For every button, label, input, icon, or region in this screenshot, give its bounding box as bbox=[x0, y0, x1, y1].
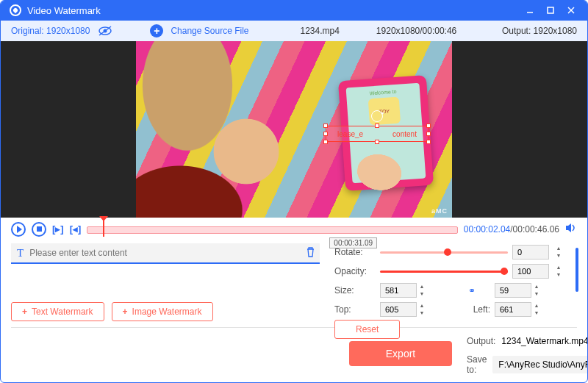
close-button[interactable] bbox=[562, 3, 580, 18]
text-icon: T bbox=[15, 247, 25, 259]
left-label: Left: bbox=[453, 304, 490, 315]
resize-handle[interactable] bbox=[323, 132, 328, 136]
opacity-stepper[interactable]: ▲▼ bbox=[553, 264, 564, 279]
resize-handle[interactable] bbox=[426, 132, 431, 136]
watermark-list-panel: T +Text Watermark +Image Watermark bbox=[11, 243, 320, 326]
reset-button[interactable]: Reset bbox=[334, 320, 400, 339]
left-stepper[interactable]: ▲▼ bbox=[531, 302, 542, 317]
resize-handle[interactable] bbox=[426, 124, 431, 128]
opacity-value[interactable]: 100 bbox=[512, 264, 549, 279]
playhead[interactable] bbox=[103, 221, 104, 237]
bottom-bar: Output: 1234_Watermark.mp4 Output: Auto;… bbox=[1, 328, 587, 382]
info-bar: Original: 1920x1080 + Change Source File… bbox=[1, 21, 587, 42]
play-button[interactable] bbox=[11, 222, 26, 237]
resize-handle[interactable] bbox=[323, 140, 328, 144]
rotate-slider[interactable] bbox=[380, 247, 508, 257]
preview-tablet-text: Welcome to bbox=[370, 89, 397, 96]
size-height-stepper[interactable]: ▲▼ bbox=[531, 283, 542, 298]
saveto-label: Save to: bbox=[467, 354, 487, 375]
size-label: Size: bbox=[334, 285, 376, 296]
playback-controls: [▸] [◂] 00:00:31.09 00:00:02.04/00:00:46… bbox=[1, 218, 587, 240]
preview-toggle-icon[interactable] bbox=[97, 26, 113, 36]
export-button[interactable]: Export bbox=[349, 341, 452, 366]
settings-panel: T +Text Watermark +Image Watermark Rotat… bbox=[1, 240, 587, 326]
entry-underline bbox=[11, 262, 320, 264]
stop-button[interactable] bbox=[32, 222, 46, 237]
titlebar: Video Watermark bbox=[1, 1, 587, 21]
output-resolution: 1920x1080 bbox=[534, 26, 577, 36]
app-logo-icon bbox=[10, 4, 21, 16]
output-filename: 1234_Watermark.mp4 bbox=[501, 336, 588, 346]
mark-out-button[interactable]: [◂] bbox=[70, 223, 82, 235]
resize-handle[interactable] bbox=[426, 140, 431, 144]
watermark-text-entry: T bbox=[11, 243, 320, 262]
top-value[interactable]: 605 bbox=[380, 302, 417, 317]
opacity-label: Opacity: bbox=[334, 266, 376, 276]
svg-rect-1 bbox=[548, 7, 553, 13]
add-source-button[interactable]: + bbox=[150, 24, 163, 37]
size-width-value[interactable]: 581 bbox=[380, 283, 417, 298]
top-stepper[interactable]: ▲▼ bbox=[417, 302, 427, 317]
watermark-text-input[interactable] bbox=[29, 248, 301, 258]
output-name-label: Output: bbox=[467, 336, 495, 346]
watermark-overlay[interactable]: lease_econtent bbox=[326, 126, 429, 142]
preview-area: Welcome toTOY aMC lease_econtent bbox=[1, 41, 587, 218]
watermark-properties: Rotate: 0 ▲▼ Opacity: 100 ▲▼ Size: 581▲▼… bbox=[334, 243, 577, 326]
add-image-watermark-button[interactable]: +Image Watermark bbox=[112, 302, 213, 321]
resize-handle[interactable] bbox=[323, 124, 328, 128]
original-label: Original: bbox=[11, 26, 44, 36]
left-value[interactable]: 661 bbox=[495, 302, 531, 317]
scrollbar[interactable] bbox=[576, 248, 578, 292]
output-label: Output: bbox=[502, 26, 531, 36]
opacity-slider[interactable] bbox=[380, 266, 508, 276]
app-window: Video Watermark Original: 1920x1080 + Ch… bbox=[0, 0, 588, 383]
minimize-button[interactable] bbox=[521, 3, 539, 18]
maximize-button[interactable] bbox=[542, 3, 559, 18]
link-dimensions-icon[interactable]: ⚭ bbox=[453, 285, 490, 296]
video-preview[interactable]: Welcome toTOY aMC lease_econtent bbox=[136, 41, 452, 218]
volume-icon[interactable] bbox=[565, 223, 577, 235]
add-text-watermark-button[interactable]: +Text Watermark bbox=[11, 302, 104, 321]
channel-watermark: aMC bbox=[431, 207, 448, 215]
rotate-label: Rotate: bbox=[334, 247, 376, 257]
original-resolution: 1920x1080 bbox=[46, 26, 90, 36]
top-label: Top: bbox=[334, 304, 376, 315]
delete-watermark-icon[interactable] bbox=[306, 247, 315, 259]
rotate-stepper[interactable]: ▲▼ bbox=[553, 245, 564, 259]
app-title: Video Watermark bbox=[27, 5, 101, 16]
timeline[interactable]: 00:00:31.09 bbox=[87, 225, 458, 234]
source-filename: 1234.mp4 bbox=[300, 26, 339, 36]
resize-handle[interactable] bbox=[375, 124, 379, 128]
rotate-value[interactable]: 0 bbox=[512, 245, 549, 259]
size-height-value[interactable]: 59 bbox=[495, 283, 531, 298]
resize-handle[interactable] bbox=[375, 140, 379, 144]
source-res-duration: 1920x1080/00:00:46 bbox=[376, 26, 456, 36]
change-source-link[interactable]: Change Source File bbox=[171, 26, 248, 36]
size-width-stepper[interactable]: ▲▼ bbox=[417, 283, 427, 298]
saveto-path-box[interactable]: F:\AnyRec Studio\AnyR...erter\Video Wate… bbox=[492, 356, 588, 373]
svg-marker-7 bbox=[566, 223, 571, 232]
saveto-path: F:\AnyRec Studio\AnyR...erter\Video Wate… bbox=[498, 359, 588, 370]
mark-in-button[interactable]: [▸] bbox=[52, 223, 64, 235]
timecode-display: 00:00:02.04/00:00:46.06 bbox=[464, 224, 559, 235]
